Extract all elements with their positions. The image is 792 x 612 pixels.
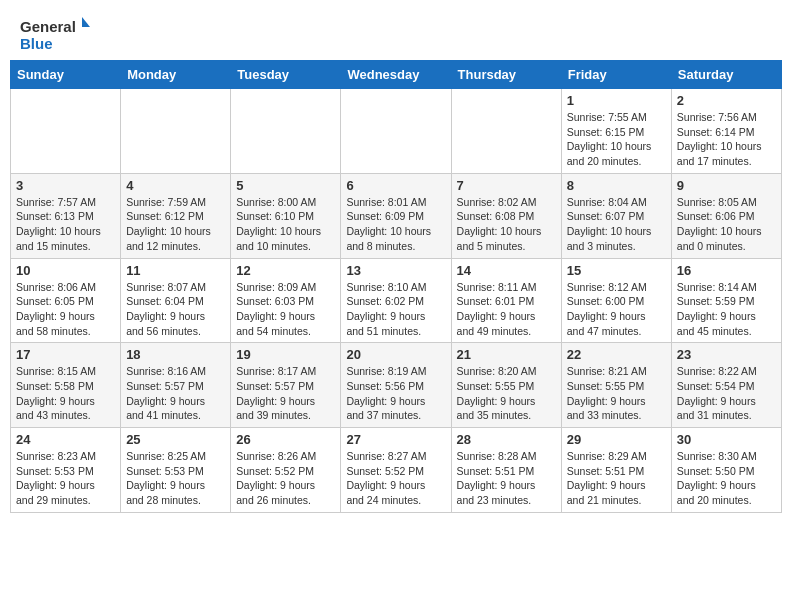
day-number: 22 [567,347,666,362]
day-info: Sunrise: 8:28 AM Sunset: 5:51 PM Dayligh… [457,449,556,508]
day-number: 25 [126,432,225,447]
calendar-cell: 10Sunrise: 8:06 AM Sunset: 6:05 PM Dayli… [11,258,121,343]
day-info: Sunrise: 8:00 AM Sunset: 6:10 PM Dayligh… [236,195,335,254]
calendar-cell: 9Sunrise: 8:05 AM Sunset: 6:06 PM Daylig… [671,173,781,258]
calendar-cell: 25Sunrise: 8:25 AM Sunset: 5:53 PM Dayli… [121,428,231,513]
day-info: Sunrise: 8:04 AM Sunset: 6:07 PM Dayligh… [567,195,666,254]
day-info: Sunrise: 8:11 AM Sunset: 6:01 PM Dayligh… [457,280,556,339]
day-number: 14 [457,263,556,278]
calendar-week-row: 1Sunrise: 7:55 AM Sunset: 6:15 PM Daylig… [11,89,782,174]
svg-text:General: General [20,18,76,35]
day-info: Sunrise: 8:22 AM Sunset: 5:54 PM Dayligh… [677,364,776,423]
svg-marker-2 [82,17,90,27]
day-info: Sunrise: 7:57 AM Sunset: 6:13 PM Dayligh… [16,195,115,254]
day-info: Sunrise: 8:17 AM Sunset: 5:57 PM Dayligh… [236,364,335,423]
day-info: Sunrise: 8:20 AM Sunset: 5:55 PM Dayligh… [457,364,556,423]
calendar-table: SundayMondayTuesdayWednesdayThursdayFrid… [10,60,782,513]
day-info: Sunrise: 8:14 AM Sunset: 5:59 PM Dayligh… [677,280,776,339]
day-info: Sunrise: 8:23 AM Sunset: 5:53 PM Dayligh… [16,449,115,508]
calendar-cell: 12Sunrise: 8:09 AM Sunset: 6:03 PM Dayli… [231,258,341,343]
day-info: Sunrise: 8:27 AM Sunset: 5:52 PM Dayligh… [346,449,445,508]
day-number: 28 [457,432,556,447]
calendar-cell: 8Sunrise: 8:04 AM Sunset: 6:07 PM Daylig… [561,173,671,258]
weekday-header-saturday: Saturday [671,61,781,89]
day-info: Sunrise: 7:59 AM Sunset: 6:12 PM Dayligh… [126,195,225,254]
calendar-cell: 3Sunrise: 7:57 AM Sunset: 6:13 PM Daylig… [11,173,121,258]
calendar-cell [341,89,451,174]
calendar-header: SundayMondayTuesdayWednesdayThursdayFrid… [11,61,782,89]
calendar-cell: 17Sunrise: 8:15 AM Sunset: 5:58 PM Dayli… [11,343,121,428]
calendar-cell: 28Sunrise: 8:28 AM Sunset: 5:51 PM Dayli… [451,428,561,513]
calendar-cell: 2Sunrise: 7:56 AM Sunset: 6:14 PM Daylig… [671,89,781,174]
day-number: 15 [567,263,666,278]
day-info: Sunrise: 8:06 AM Sunset: 6:05 PM Dayligh… [16,280,115,339]
calendar-cell [231,89,341,174]
day-info: Sunrise: 8:07 AM Sunset: 6:04 PM Dayligh… [126,280,225,339]
calendar: SundayMondayTuesdayWednesdayThursdayFrid… [0,60,792,523]
day-number: 7 [457,178,556,193]
header: General Blue [0,0,792,60]
calendar-cell: 7Sunrise: 8:02 AM Sunset: 6:08 PM Daylig… [451,173,561,258]
day-info: Sunrise: 8:05 AM Sunset: 6:06 PM Dayligh… [677,195,776,254]
calendar-cell: 16Sunrise: 8:14 AM Sunset: 5:59 PM Dayli… [671,258,781,343]
calendar-cell [11,89,121,174]
day-number: 17 [16,347,115,362]
day-number: 9 [677,178,776,193]
day-number: 29 [567,432,666,447]
day-number: 4 [126,178,225,193]
day-number: 6 [346,178,445,193]
calendar-cell [451,89,561,174]
weekday-header-thursday: Thursday [451,61,561,89]
day-number: 26 [236,432,335,447]
day-number: 2 [677,93,776,108]
calendar-cell: 26Sunrise: 8:26 AM Sunset: 5:52 PM Dayli… [231,428,341,513]
calendar-cell: 15Sunrise: 8:12 AM Sunset: 6:00 PM Dayli… [561,258,671,343]
day-number: 12 [236,263,335,278]
calendar-cell: 24Sunrise: 8:23 AM Sunset: 5:53 PM Dayli… [11,428,121,513]
calendar-cell [121,89,231,174]
day-info: Sunrise: 8:25 AM Sunset: 5:53 PM Dayligh… [126,449,225,508]
day-info: Sunrise: 7:55 AM Sunset: 6:15 PM Dayligh… [567,110,666,169]
day-info: Sunrise: 8:16 AM Sunset: 5:57 PM Dayligh… [126,364,225,423]
calendar-cell: 29Sunrise: 8:29 AM Sunset: 5:51 PM Dayli… [561,428,671,513]
day-info: Sunrise: 8:26 AM Sunset: 5:52 PM Dayligh… [236,449,335,508]
day-info: Sunrise: 8:29 AM Sunset: 5:51 PM Dayligh… [567,449,666,508]
calendar-cell: 4Sunrise: 7:59 AM Sunset: 6:12 PM Daylig… [121,173,231,258]
day-info: Sunrise: 7:56 AM Sunset: 6:14 PM Dayligh… [677,110,776,169]
day-number: 8 [567,178,666,193]
calendar-cell: 20Sunrise: 8:19 AM Sunset: 5:56 PM Dayli… [341,343,451,428]
day-number: 23 [677,347,776,362]
day-number: 30 [677,432,776,447]
calendar-week-row: 10Sunrise: 8:06 AM Sunset: 6:05 PM Dayli… [11,258,782,343]
calendar-cell: 23Sunrise: 8:22 AM Sunset: 5:54 PM Dayli… [671,343,781,428]
calendar-body: 1Sunrise: 7:55 AM Sunset: 6:15 PM Daylig… [11,89,782,513]
day-number: 27 [346,432,445,447]
calendar-cell: 6Sunrise: 8:01 AM Sunset: 6:09 PM Daylig… [341,173,451,258]
day-number: 13 [346,263,445,278]
day-number: 5 [236,178,335,193]
weekday-header-monday: Monday [121,61,231,89]
day-number: 16 [677,263,776,278]
day-info: Sunrise: 8:01 AM Sunset: 6:09 PM Dayligh… [346,195,445,254]
day-info: Sunrise: 8:12 AM Sunset: 6:00 PM Dayligh… [567,280,666,339]
weekday-header-tuesday: Tuesday [231,61,341,89]
calendar-cell: 18Sunrise: 8:16 AM Sunset: 5:57 PM Dayli… [121,343,231,428]
logo-svg: General Blue [20,15,90,55]
day-info: Sunrise: 8:21 AM Sunset: 5:55 PM Dayligh… [567,364,666,423]
day-info: Sunrise: 8:19 AM Sunset: 5:56 PM Dayligh… [346,364,445,423]
day-number: 11 [126,263,225,278]
calendar-cell: 1Sunrise: 7:55 AM Sunset: 6:15 PM Daylig… [561,89,671,174]
day-number: 24 [16,432,115,447]
calendar-week-row: 17Sunrise: 8:15 AM Sunset: 5:58 PM Dayli… [11,343,782,428]
day-number: 1 [567,93,666,108]
day-number: 3 [16,178,115,193]
logo: General Blue [20,15,90,55]
weekday-header-row: SundayMondayTuesdayWednesdayThursdayFrid… [11,61,782,89]
weekday-header-wednesday: Wednesday [341,61,451,89]
weekday-header-friday: Friday [561,61,671,89]
day-number: 21 [457,347,556,362]
calendar-cell: 19Sunrise: 8:17 AM Sunset: 5:57 PM Dayli… [231,343,341,428]
day-info: Sunrise: 8:09 AM Sunset: 6:03 PM Dayligh… [236,280,335,339]
calendar-cell: 14Sunrise: 8:11 AM Sunset: 6:01 PM Dayli… [451,258,561,343]
day-number: 20 [346,347,445,362]
